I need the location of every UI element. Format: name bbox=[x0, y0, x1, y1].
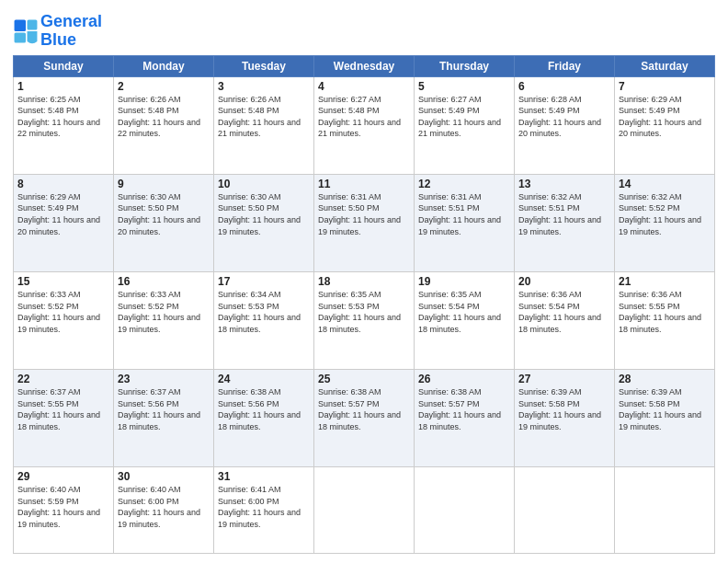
day-number: 17 bbox=[218, 275, 310, 288]
logo-text: General Blue bbox=[40, 13, 102, 50]
calendar: SundayMondayTuesdayWednesdayThursdayFrid… bbox=[13, 55, 715, 554]
day-cell: 21 Sunrise: 6:36 AMSunset: 5:55 PMDaylig… bbox=[615, 271, 715, 369]
day-cell: 3 Sunrise: 6:26 AMSunset: 5:48 PMDayligh… bbox=[214, 76, 314, 174]
day-number: 10 bbox=[218, 178, 310, 190]
day-info: Sunrise: 6:32 AMSunset: 5:51 PMDaylight:… bbox=[518, 192, 601, 236]
day-info: Sunrise: 6:35 AMSunset: 5:54 PMDaylight:… bbox=[418, 290, 501, 334]
day-cell: 1 Sunrise: 6:25 AMSunset: 5:48 PMDayligh… bbox=[14, 76, 114, 174]
calendar-body: 1 Sunrise: 6:25 AMSunset: 5:48 PMDayligh… bbox=[14, 76, 715, 553]
day-cell bbox=[415, 467, 515, 554]
day-info: Sunrise: 6:38 AMSunset: 5:56 PMDaylight:… bbox=[218, 387, 301, 431]
day-cell: 12 Sunrise: 6:31 AMSunset: 5:51 PMDaylig… bbox=[415, 174, 515, 271]
day-info: Sunrise: 6:33 AMSunset: 5:52 PMDaylight:… bbox=[118, 290, 200, 334]
day-info: Sunrise: 6:26 AMSunset: 5:48 PMDaylight:… bbox=[218, 95, 301, 139]
day-number: 15 bbox=[17, 275, 109, 288]
day-cell: 10 Sunrise: 6:30 AMSunset: 5:50 PMDaylig… bbox=[214, 174, 314, 271]
day-cell: 9 Sunrise: 6:30 AMSunset: 5:50 PMDayligh… bbox=[114, 174, 214, 271]
day-cell bbox=[314, 467, 415, 554]
day-info: Sunrise: 6:28 AMSunset: 5:49 PMDaylight:… bbox=[518, 95, 601, 139]
day-info: Sunrise: 6:39 AMSunset: 5:58 PMDaylight:… bbox=[619, 387, 701, 431]
day-number: 22 bbox=[17, 373, 109, 385]
weekday-header-cell: Monday bbox=[114, 55, 214, 76]
day-info: Sunrise: 6:38 AMSunset: 5:57 PMDaylight:… bbox=[418, 387, 501, 431]
day-cell: 16 Sunrise: 6:33 AMSunset: 5:52 PMDaylig… bbox=[114, 271, 214, 369]
header: General Blue bbox=[13, 9, 715, 50]
day-cell: 20 Sunrise: 6:36 AMSunset: 5:54 PMDaylig… bbox=[515, 271, 615, 369]
day-cell bbox=[615, 467, 715, 554]
svg-rect-0 bbox=[15, 19, 26, 30]
day-cell bbox=[515, 467, 615, 554]
day-cell: 24 Sunrise: 6:38 AMSunset: 5:56 PMDaylig… bbox=[214, 370, 314, 467]
day-cell: 11 Sunrise: 6:31 AMSunset: 5:50 PMDaylig… bbox=[314, 174, 415, 271]
day-info: Sunrise: 6:32 AMSunset: 5:52 PMDaylight:… bbox=[619, 192, 701, 236]
day-number: 4 bbox=[318, 80, 410, 93]
day-cell: 17 Sunrise: 6:34 AMSunset: 5:53 PMDaylig… bbox=[214, 271, 314, 369]
day-info: Sunrise: 6:29 AMSunset: 5:49 PMDaylight:… bbox=[619, 95, 701, 139]
day-cell: 6 Sunrise: 6:28 AMSunset: 5:49 PMDayligh… bbox=[515, 76, 615, 174]
weekday-header-cell: Wednesday bbox=[314, 55, 415, 76]
weekday-header-cell: Friday bbox=[515, 55, 615, 76]
day-number: 21 bbox=[619, 275, 711, 288]
day-number: 23 bbox=[118, 373, 210, 385]
day-number: 7 bbox=[619, 80, 711, 93]
day-cell: 2 Sunrise: 6:26 AMSunset: 5:48 PMDayligh… bbox=[114, 76, 214, 174]
day-number: 12 bbox=[418, 178, 510, 190]
day-info: Sunrise: 6:26 AMSunset: 5:48 PMDaylight:… bbox=[118, 95, 200, 139]
day-cell: 19 Sunrise: 6:35 AMSunset: 5:54 PMDaylig… bbox=[415, 271, 515, 369]
day-info: Sunrise: 6:40 AMSunset: 6:00 PMDaylight:… bbox=[118, 485, 200, 529]
weekday-header-cell: Saturday bbox=[615, 55, 715, 76]
day-info: Sunrise: 6:31 AMSunset: 5:50 PMDaylight:… bbox=[318, 192, 401, 236]
day-cell: 22 Sunrise: 6:37 AMSunset: 5:55 PMDaylig… bbox=[14, 370, 114, 467]
day-info: Sunrise: 6:31 AMSunset: 5:51 PMDaylight:… bbox=[418, 192, 501, 236]
day-cell: 31 Sunrise: 6:41 AMSunset: 6:00 PMDaylig… bbox=[214, 467, 314, 554]
day-number: 30 bbox=[118, 470, 210, 483]
logo: General Blue bbox=[13, 13, 102, 50]
day-info: Sunrise: 6:40 AMSunset: 5:59 PMDaylight:… bbox=[17, 485, 100, 529]
day-info: Sunrise: 6:37 AMSunset: 5:55 PMDaylight:… bbox=[17, 387, 100, 431]
day-info: Sunrise: 6:25 AMSunset: 5:48 PMDaylight:… bbox=[17, 95, 100, 139]
day-number: 11 bbox=[318, 178, 410, 190]
day-cell: 5 Sunrise: 6:27 AMSunset: 5:49 PMDayligh… bbox=[415, 76, 515, 174]
day-info: Sunrise: 6:39 AMSunset: 5:58 PMDaylight:… bbox=[518, 387, 601, 431]
day-number: 20 bbox=[518, 275, 610, 288]
day-cell: 23 Sunrise: 6:37 AMSunset: 5:56 PMDaylig… bbox=[114, 370, 214, 467]
day-number: 2 bbox=[118, 80, 210, 93]
day-cell: 13 Sunrise: 6:32 AMSunset: 5:51 PMDaylig… bbox=[515, 174, 615, 271]
day-number: 13 bbox=[518, 178, 610, 190]
week-row: 29 Sunrise: 6:40 AMSunset: 5:59 PMDaylig… bbox=[14, 467, 715, 554]
day-cell: 18 Sunrise: 6:35 AMSunset: 5:53 PMDaylig… bbox=[314, 271, 415, 369]
day-number: 3 bbox=[218, 80, 310, 93]
day-cell: 30 Sunrise: 6:40 AMSunset: 6:00 PMDaylig… bbox=[114, 467, 214, 554]
day-cell: 26 Sunrise: 6:38 AMSunset: 5:57 PMDaylig… bbox=[415, 370, 515, 467]
week-row: 15 Sunrise: 6:33 AMSunset: 5:52 PMDaylig… bbox=[14, 271, 715, 369]
week-row: 1 Sunrise: 6:25 AMSunset: 5:48 PMDayligh… bbox=[14, 76, 715, 174]
day-cell: 8 Sunrise: 6:29 AMSunset: 5:49 PMDayligh… bbox=[14, 174, 114, 271]
weekday-header-cell: Thursday bbox=[415, 55, 515, 76]
day-number: 28 bbox=[619, 373, 711, 385]
day-number: 6 bbox=[518, 80, 610, 93]
day-info: Sunrise: 6:38 AMSunset: 5:57 PMDaylight:… bbox=[318, 387, 401, 431]
day-cell: 7 Sunrise: 6:29 AMSunset: 5:49 PMDayligh… bbox=[615, 76, 715, 174]
day-number: 1 bbox=[17, 80, 109, 93]
day-number: 5 bbox=[418, 80, 510, 93]
day-number: 18 bbox=[318, 275, 410, 288]
day-number: 16 bbox=[118, 275, 210, 288]
day-number: 14 bbox=[619, 178, 711, 190]
page: General Blue SundayMondayTuesdayWednesda… bbox=[0, 0, 728, 563]
day-number: 24 bbox=[218, 373, 310, 385]
svg-rect-1 bbox=[28, 19, 38, 29]
day-number: 29 bbox=[17, 470, 109, 483]
day-info: Sunrise: 6:30 AMSunset: 5:50 PMDaylight:… bbox=[118, 192, 200, 236]
day-cell: 27 Sunrise: 6:39 AMSunset: 5:58 PMDaylig… bbox=[515, 370, 615, 467]
weekday-header: SundayMondayTuesdayWednesdayThursdayFrid… bbox=[14, 55, 715, 76]
day-cell: 15 Sunrise: 6:33 AMSunset: 5:52 PMDaylig… bbox=[14, 271, 114, 369]
day-cell: 29 Sunrise: 6:40 AMSunset: 5:59 PMDaylig… bbox=[14, 467, 114, 554]
day-number: 8 bbox=[17, 178, 109, 190]
svg-rect-2 bbox=[15, 32, 26, 42]
day-number: 31 bbox=[218, 470, 310, 483]
day-info: Sunrise: 6:29 AMSunset: 5:49 PMDaylight:… bbox=[17, 192, 100, 236]
day-number: 9 bbox=[118, 178, 210, 190]
day-info: Sunrise: 6:36 AMSunset: 5:54 PMDaylight:… bbox=[518, 290, 601, 334]
day-info: Sunrise: 6:37 AMSunset: 5:56 PMDaylight:… bbox=[118, 387, 200, 431]
day-info: Sunrise: 6:34 AMSunset: 5:53 PMDaylight:… bbox=[218, 290, 301, 334]
